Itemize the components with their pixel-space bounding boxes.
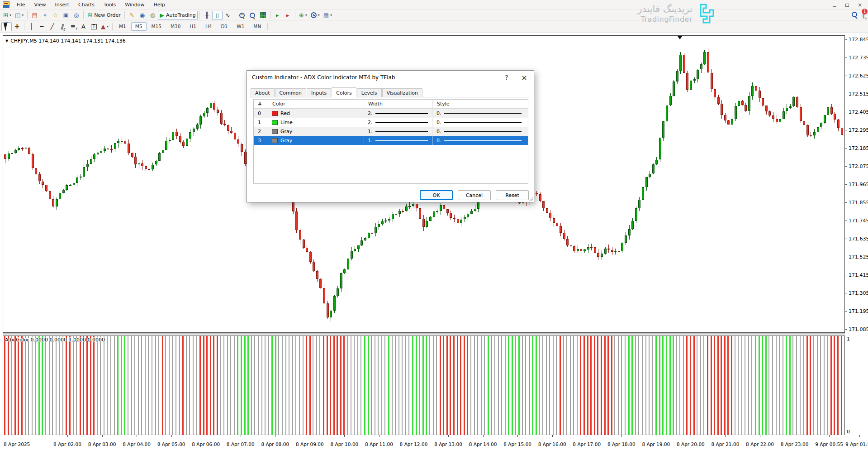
timeframe-h1-button[interactable]: H1 bbox=[185, 22, 200, 31]
cancel-button[interactable]: Cancel bbox=[458, 190, 491, 200]
chevron-down-icon[interactable]: ▼ bbox=[5, 39, 8, 43]
indicator-axis[interactable]: 1 0 bbox=[845, 336, 868, 435]
navigator-button[interactable]: ☆ bbox=[50, 11, 61, 20]
tab-about[interactable]: About bbox=[251, 88, 275, 97]
bar-chart-mode-button[interactable]: ╫ bbox=[202, 11, 212, 20]
restore-button[interactable] bbox=[841, 1, 854, 9]
adx-bar-gray bbox=[402, 336, 403, 435]
color-swatch bbox=[272, 129, 278, 134]
menu-charts[interactable]: Charts bbox=[74, 0, 99, 10]
crosshair-button[interactable]: + bbox=[12, 22, 22, 31]
vertical-line-button[interactable]: │ bbox=[26, 22, 37, 31]
time-label: 8 Apr 08:00 bbox=[261, 441, 289, 447]
zoom-in-button[interactable] bbox=[237, 11, 247, 20]
timeframe-w1-button[interactable]: W1 bbox=[232, 22, 248, 31]
adx-bar-gray bbox=[381, 336, 382, 435]
menu-window[interactable]: Window bbox=[120, 0, 149, 10]
menu-help[interactable]: Help bbox=[149, 0, 170, 10]
text-label-button[interactable]: T bbox=[89, 22, 99, 31]
trendline-button[interactable]: ╱ bbox=[47, 22, 57, 31]
adx-bar-lime bbox=[491, 336, 492, 435]
chat-button[interactable]: 1 bbox=[863, 12, 864, 18]
price-tick: 171.635 bbox=[845, 236, 868, 242]
adx-bar-gray bbox=[258, 336, 259, 435]
text-button[interactable]: A bbox=[78, 22, 89, 31]
menu-insert[interactable]: Insert bbox=[51, 0, 74, 10]
horizontal-line-button[interactable]: ─ bbox=[37, 22, 47, 31]
autotrading-icon: ▶ bbox=[160, 12, 164, 18]
reset-button[interactable]: Reset bbox=[496, 190, 529, 200]
width-value: 2. bbox=[368, 120, 373, 125]
menu-file[interactable]: File bbox=[12, 0, 29, 10]
auto-scroll-button[interactable]: ▸ bbox=[272, 11, 283, 20]
adx-bar-lime bbox=[42, 336, 43, 435]
adx-bar-red bbox=[330, 336, 331, 435]
adx-bar-gray bbox=[635, 336, 636, 435]
timeframe-h4-button[interactable]: H4 bbox=[201, 22, 216, 31]
timeframe-m1-button[interactable]: M1 bbox=[115, 22, 130, 31]
timeframe-m30-button[interactable]: M30 bbox=[166, 22, 185, 31]
tab-visualization[interactable]: Visualization bbox=[382, 88, 422, 97]
dialog-close-button[interactable]: × bbox=[517, 71, 531, 84]
color-row-2[interactable]: 2Gray1.0. bbox=[254, 127, 528, 136]
tab-common[interactable]: Common bbox=[275, 88, 307, 97]
dialog-resize-grip[interactable] bbox=[528, 197, 533, 201]
data-window-button[interactable]: ⌖ bbox=[40, 11, 50, 20]
color-row-3[interactable]: 3Gray1.0. bbox=[254, 136, 528, 145]
search-icon[interactable] bbox=[851, 11, 858, 18]
community-button[interactable]: ◉ bbox=[137, 11, 147, 20]
new-order-button[interactable]: ⊞New Order bbox=[85, 11, 123, 20]
time-tick bbox=[344, 435, 345, 437]
metaeditor-icon: ✎ bbox=[129, 12, 134, 18]
adx-bar-gray bbox=[505, 336, 506, 435]
equidistant-channel-button[interactable]: ∥E bbox=[57, 22, 68, 31]
candlestick-mode-button[interactable]: ▯ bbox=[212, 11, 223, 20]
strategy-tester-button[interactable]: ◎ bbox=[71, 11, 81, 20]
indicator-subwindow[interactable]: Adx Color 0.0000 0.0000 1.0000 0.0000 bbox=[3, 336, 845, 435]
tab-levels[interactable]: Levels bbox=[357, 88, 382, 97]
color-row-0[interactable]: 0Red2.0. bbox=[254, 109, 528, 118]
line-chart-mode-button[interactable]: ∿ bbox=[223, 11, 233, 20]
adx-bar-gray bbox=[73, 336, 74, 435]
periods-button[interactable]: ▾ bbox=[309, 11, 322, 20]
templates-button[interactable]: ▦▾ bbox=[322, 11, 334, 20]
panel-splitter[interactable] bbox=[3, 333, 845, 335]
dialog-help-button[interactable]: ? bbox=[499, 71, 514, 84]
width-value: 1. bbox=[368, 129, 373, 134]
indicators-button[interactable]: ⊕▾ bbox=[297, 11, 309, 20]
tab-inputs[interactable]: Inputs bbox=[307, 88, 331, 97]
autotrading-button[interactable]: ▶AutoTrading bbox=[158, 11, 198, 20]
timeframe-d1-button[interactable]: D1 bbox=[217, 22, 232, 31]
menu-tools[interactable]: Tools bbox=[99, 0, 120, 10]
timeframe-m15-button[interactable]: M15 bbox=[147, 22, 166, 31]
adx-bar-gray bbox=[645, 336, 646, 435]
adx-bar-gray bbox=[703, 336, 704, 435]
metaeditor-button[interactable]: ✎ bbox=[127, 11, 137, 20]
alerts-button[interactable]: ◍ bbox=[147, 11, 158, 20]
profiles-button[interactable]: ◫▾ bbox=[13, 11, 25, 20]
fibonacci-button[interactable]: ≡F bbox=[68, 22, 78, 31]
color-row-1[interactable]: 1Lime2.0. bbox=[254, 118, 528, 127]
tile-windows-button[interactable] bbox=[258, 11, 268, 20]
tab-colors[interactable]: Colors bbox=[332, 87, 356, 97]
adx-bar-lime bbox=[244, 336, 246, 435]
timeframe-mn-button[interactable]: MN bbox=[249, 22, 265, 31]
adx-bar-gray bbox=[676, 336, 677, 435]
adx-bar-lime bbox=[659, 336, 660, 435]
timeframe-m5-button[interactable]: M5 bbox=[131, 22, 147, 31]
arrows-button[interactable]: ▲▾ bbox=[99, 22, 110, 31]
chevron-down-icon: ▾ bbox=[107, 24, 109, 29]
time-axis[interactable]: 8 Apr 20258 Apr 02:008 Apr 03:008 Apr 04… bbox=[3, 435, 845, 451]
new-chart-button[interactable]: ⊞▾ bbox=[1, 11, 13, 20]
zoom-out-button[interactable] bbox=[247, 11, 258, 20]
ok-button[interactable]: OK bbox=[420, 190, 453, 200]
close-button[interactable]: × bbox=[854, 1, 866, 9]
cursor-button[interactable] bbox=[1, 22, 12, 31]
market-watch-button[interactable]: ▤ bbox=[29, 11, 40, 20]
price-axis[interactable]: 172.845172.735172.625172.515172.405172.2… bbox=[845, 35, 868, 333]
minimize-button[interactable] bbox=[828, 1, 841, 9]
terminal-button[interactable]: ▣ bbox=[61, 11, 71, 20]
menu-view[interactable]: View bbox=[29, 0, 50, 10]
chart-shift-button[interactable]: ▸ bbox=[283, 11, 293, 20]
toolbar-separator bbox=[24, 23, 24, 30]
